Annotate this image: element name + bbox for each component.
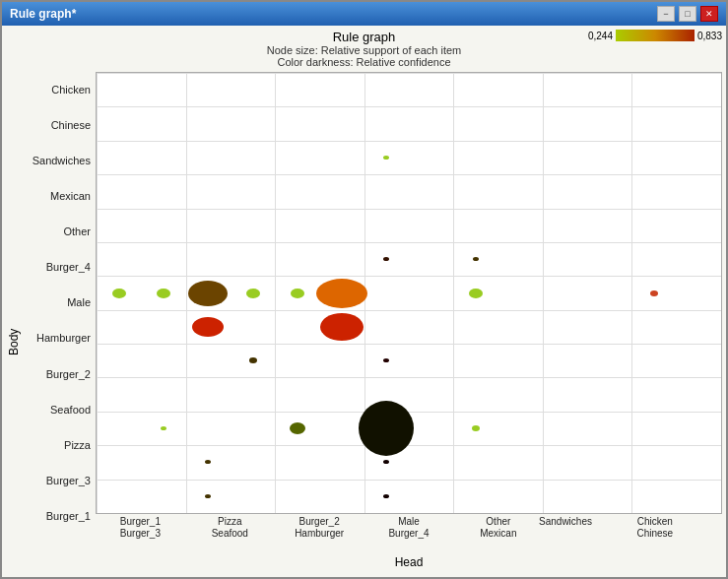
x-label: ChickenChinese xyxy=(636,516,673,540)
data-dot xyxy=(161,426,166,430)
chart-container: Body ChickenChineseSandwichesMexicanOthe… xyxy=(6,72,722,573)
data-dot xyxy=(291,289,304,298)
grid-line-vertical xyxy=(721,73,722,513)
legend-min: 0,244 xyxy=(588,31,613,41)
x-label: Burger_2Hamburger xyxy=(295,516,344,540)
main-window: Rule graph* − □ ✕ Rule graph Node size: … xyxy=(0,0,728,579)
grid-line-horizontal xyxy=(97,480,721,481)
window-title: Rule graph* xyxy=(10,7,76,21)
x-label: Burger_1Burger_3 xyxy=(120,516,161,540)
data-dot xyxy=(383,257,389,261)
x-label: OtherMexican xyxy=(480,516,516,540)
chart-subtitle2: Color darkness: Relative confidence xyxy=(267,56,462,68)
grid-line-horizontal xyxy=(97,174,721,175)
grid-line-horizontal xyxy=(97,377,721,378)
data-dot xyxy=(473,257,479,261)
minimize-button[interactable]: − xyxy=(657,6,675,22)
data-dot xyxy=(205,460,211,464)
chart-header: Rule graph Node size: Relative support o… xyxy=(6,30,722,72)
data-dot xyxy=(290,422,305,434)
y-labels: ChickenChineseSandwichesMexicanOtherBurg… xyxy=(22,72,96,573)
x-labels-area: Burger_1Burger_3PizzaSeafoodBurger_2Hamb… xyxy=(96,514,722,555)
y-label: Hamburger xyxy=(22,324,91,352)
y-label: Sandwiches xyxy=(22,147,91,174)
grid-line-vertical xyxy=(453,73,454,513)
y-label: Male xyxy=(22,289,91,316)
window-controls: − □ ✕ xyxy=(657,6,718,22)
data-dot xyxy=(192,317,224,337)
grid-line-horizontal xyxy=(97,209,721,210)
grid-line-horizontal xyxy=(97,344,721,345)
data-dot xyxy=(383,494,389,498)
chart-subtitle1: Node size: Relative support of each item xyxy=(267,44,462,56)
data-dot xyxy=(246,289,260,298)
y-label: Chicken xyxy=(22,76,91,103)
grid-line-vertical xyxy=(631,73,632,513)
y-label: Burger_1 xyxy=(22,502,91,530)
x-label: Sandwiches xyxy=(539,516,592,528)
y-label: Other xyxy=(22,218,91,245)
grid-line-vertical xyxy=(543,73,544,513)
title-bar: Rule graph* − □ ✕ xyxy=(2,2,726,26)
grid-line-horizontal xyxy=(97,141,721,142)
grid-line-vertical xyxy=(97,73,98,513)
chart-title: Rule graph xyxy=(267,30,462,44)
data-dot xyxy=(383,156,389,160)
grid-line-vertical xyxy=(275,73,276,513)
close-button[interactable]: ✕ xyxy=(700,6,718,22)
y-axis-label: Body xyxy=(6,72,22,573)
legend-gradient xyxy=(616,30,695,41)
data-dot xyxy=(650,290,658,296)
legend-max: 0,833 xyxy=(697,31,722,41)
data-dot xyxy=(320,313,364,341)
plot-area xyxy=(96,72,722,514)
data-dot xyxy=(472,425,480,431)
y-label: Burger_4 xyxy=(22,253,91,281)
y-label: Burger_3 xyxy=(22,467,91,494)
data-dot xyxy=(316,279,367,308)
y-label: Mexican xyxy=(22,182,91,210)
data-dot xyxy=(188,281,228,306)
data-dot xyxy=(205,494,211,498)
y-label: Burger_2 xyxy=(22,360,91,388)
data-dot xyxy=(112,289,126,298)
content-area: Rule graph Node size: Relative support o… xyxy=(2,26,726,577)
grid-line-horizontal xyxy=(97,73,721,74)
grid-line-horizontal xyxy=(97,106,721,107)
x-axis-label: Head xyxy=(96,555,722,573)
maximize-button[interactable]: □ xyxy=(679,6,696,22)
data-dot xyxy=(359,401,414,456)
chart-titles: Rule graph Node size: Relative support o… xyxy=(267,30,462,68)
x-label: MaleBurger_4 xyxy=(388,516,429,540)
grid-line-horizontal xyxy=(97,310,721,311)
data-dot xyxy=(157,289,170,298)
data-dot xyxy=(383,460,389,464)
x-label: PizzaSeafood xyxy=(212,516,248,540)
data-dot xyxy=(469,289,483,298)
plot-area-container: Burger_1Burger_3PizzaSeafoodBurger_2Hamb… xyxy=(96,72,722,573)
grid-line-horizontal xyxy=(97,276,721,277)
grid-line-horizontal xyxy=(97,242,721,243)
y-label: Seafood xyxy=(22,396,91,423)
data-dot xyxy=(249,357,257,363)
legend: 0,244 0,833 xyxy=(588,30,722,41)
y-label: Chinese xyxy=(22,111,91,139)
y-label: Pizza xyxy=(22,431,91,459)
grid-line-vertical xyxy=(186,73,187,513)
grid-line-horizontal xyxy=(97,445,721,446)
data-dot xyxy=(383,358,389,362)
